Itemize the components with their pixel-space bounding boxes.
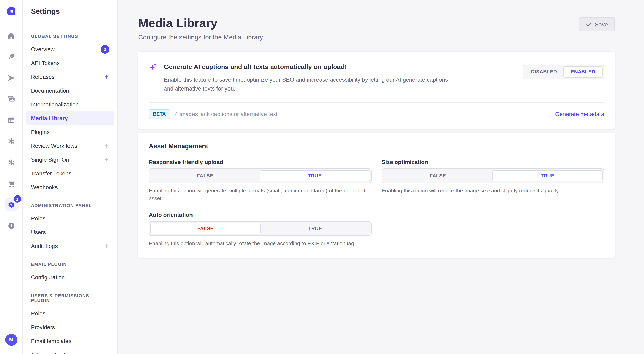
field-auto-orientation: Auto orientation FALSE TRUE Enabling thi… xyxy=(149,211,372,247)
info-icon[interactable] xyxy=(6,221,16,231)
sidebar-item-email-configuration[interactable]: Configuration xyxy=(26,270,114,284)
strip-icons: 1 xyxy=(5,23,18,231)
section-label: ADMINISTRATION PANEL xyxy=(26,200,114,211)
plugins-puzzle-icon[interactable] xyxy=(6,136,16,146)
settings-gear-icon[interactable]: 1 xyxy=(5,198,18,211)
settings-sidebar-header: Settings xyxy=(23,0,118,23)
settings-notification-badge: 1 xyxy=(14,195,21,202)
page-header: Media Library Configure the settings for… xyxy=(138,0,615,41)
sidebar-item-webhooks[interactable]: Webhooks xyxy=(26,180,114,194)
marketplace-puzzle-icon[interactable] xyxy=(6,158,16,167)
sidebar-item-plugins[interactable]: Plugins xyxy=(26,125,114,139)
section-global-settings: GLOBAL SETTINGS Overview 1 API Tokens Re… xyxy=(26,30,114,194)
main-content: Media Library Configure the settings for… xyxy=(118,0,644,354)
ai-enabled-toggle: DISABLED ENABLED xyxy=(523,65,604,79)
sidebar-item-admin-roles[interactable]: Roles xyxy=(26,211,114,225)
toggle-option-false[interactable]: FALSE xyxy=(150,223,260,234)
home-icon[interactable] xyxy=(6,31,16,41)
content-manager-feather-icon[interactable] xyxy=(6,52,16,62)
content-type-builder-icon[interactable] xyxy=(6,115,16,125)
ai-captions-top: Generate AI captions and alt texts autom… xyxy=(149,62,604,93)
sidebar-item-providers[interactable]: Providers xyxy=(26,320,114,334)
sidebar-item-documentation[interactable]: Documentation xyxy=(26,84,114,97)
field-hint: Enabling this option will automatically … xyxy=(149,239,372,247)
ai-banner-description: Enable this feature to save time, optimi… xyxy=(164,75,456,93)
overview-badge: 1 xyxy=(101,45,109,53)
sidebar-item-single-sign-on[interactable]: Single Sign-On xyxy=(26,153,114,167)
icon-strip: 1 M xyxy=(0,0,23,354)
toggle-option-true[interactable]: TRUE xyxy=(492,170,603,181)
toggle-option-false[interactable]: FALSE xyxy=(150,170,260,181)
sidebar-item-audit-logs[interactable]: Audit Logs xyxy=(26,239,114,253)
sidebar-item-advanced-settings[interactable]: Advanced settings xyxy=(26,348,114,354)
ai-captions-bottom: BETA 4 images lack captions or alternati… xyxy=(149,109,604,119)
generate-metadata-link[interactable]: Generate metadata xyxy=(555,111,604,117)
size-optimization-toggle: FALSE TRUE xyxy=(382,169,604,183)
save-button[interactable]: Save xyxy=(579,17,615,31)
purchases-cart-icon[interactable] xyxy=(6,179,16,188)
settings-sidebar: Settings GLOBAL SETTINGS Overview 1 API … xyxy=(23,0,118,354)
section-label: GLOBAL SETTINGS xyxy=(26,30,114,42)
toggle-option-true[interactable]: TRUE xyxy=(260,223,370,234)
sidebar-item-email-templates[interactable]: Email templates xyxy=(26,334,114,348)
section-label: EMAIL PLUGIN xyxy=(26,259,114,270)
auto-orientation-toggle: FALSE TRUE xyxy=(149,221,372,236)
toggle-option-disabled[interactable]: DISABLED xyxy=(524,66,564,78)
sparkle-icon xyxy=(149,62,158,72)
page-title: Media Library xyxy=(138,16,263,30)
strip-bottom: M xyxy=(0,325,22,354)
releases-paper-plane-icon[interactable] xyxy=(6,73,16,83)
field-label: Auto orientation xyxy=(149,211,372,218)
sidebar-item-api-tokens[interactable]: API Tokens xyxy=(26,56,114,70)
section-users-permissions-plugin: USERS & PERMISSIONS PLUGIN Roles Provide… xyxy=(26,290,114,354)
sidebar-item-media-library[interactable]: Media Library xyxy=(26,111,114,125)
asset-management-grid: Responsive friendly upload FALSE TRUE En… xyxy=(149,159,604,247)
check-icon xyxy=(586,21,592,27)
avatar[interactable]: M xyxy=(5,334,17,346)
asset-management-title: Asset Management xyxy=(149,143,604,150)
sidebar-item-releases[interactable]: Releases xyxy=(26,70,114,84)
missing-captions-status: 4 images lack captions or alternative te… xyxy=(175,111,278,117)
lightning-icon xyxy=(104,243,109,249)
sidebar-item-transfer-tokens[interactable]: Transfer Tokens xyxy=(26,167,114,180)
sidebar-item-users[interactable]: Users xyxy=(26,225,114,239)
app-root: 1 M Settings GLOBAL SETTINGS Overview 1 xyxy=(0,0,644,354)
lightning-icon xyxy=(104,157,109,162)
logo-row xyxy=(0,0,22,23)
lightning-icon xyxy=(104,143,109,149)
toggle-option-enabled[interactable]: ENABLED xyxy=(564,66,602,78)
page-subtitle: Configure the settings for the Media Lib… xyxy=(138,34,263,41)
toggle-option-false[interactable]: FALSE xyxy=(383,170,492,181)
field-label: Size optimization xyxy=(382,159,604,165)
responsive-upload-toggle: FALSE TRUE xyxy=(149,169,372,183)
media-library-pictures-icon[interactable] xyxy=(6,94,16,104)
lightning-icon xyxy=(104,74,109,80)
ai-banner-title: Generate AI captions and alt texts autom… xyxy=(164,63,347,71)
sidebar-title: Settings xyxy=(31,7,60,16)
ai-captions-card: Generate AI captions and alt texts autom… xyxy=(138,52,615,129)
field-label: Responsive friendly upload xyxy=(149,159,372,165)
beta-badge: BETA xyxy=(149,109,170,119)
sidebar-item-overview[interactable]: Overview 1 xyxy=(26,42,114,56)
sidebar-item-internationalization[interactable]: Internationalization xyxy=(26,97,114,111)
section-administration-panel: ADMINISTRATION PANEL Roles Users Audit L… xyxy=(26,200,114,253)
strapi-logo-icon[interactable] xyxy=(6,6,17,17)
field-hint: Enabling this option will reduce the ima… xyxy=(382,187,604,195)
section-label: USERS & PERMISSIONS PLUGIN xyxy=(26,290,114,307)
sidebar-item-review-workflows[interactable]: Review Workflows xyxy=(26,139,114,153)
settings-sidebar-body: GLOBAL SETTINGS Overview 1 API Tokens Re… xyxy=(23,23,118,354)
sidebar-item-up-roles[interactable]: Roles xyxy=(26,307,114,320)
field-hint: Enabling this option will generate multi… xyxy=(149,187,372,202)
divider xyxy=(149,102,604,103)
field-responsive-friendly-upload: Responsive friendly upload FALSE TRUE En… xyxy=(149,159,372,202)
field-size-optimization: Size optimization FALSE TRUE Enabling th… xyxy=(382,159,604,202)
section-email-plugin: EMAIL PLUGIN Configuration xyxy=(26,259,114,284)
toggle-option-true[interactable]: TRUE xyxy=(260,170,370,181)
asset-management-card: Asset Management Responsive friendly upl… xyxy=(138,133,615,258)
